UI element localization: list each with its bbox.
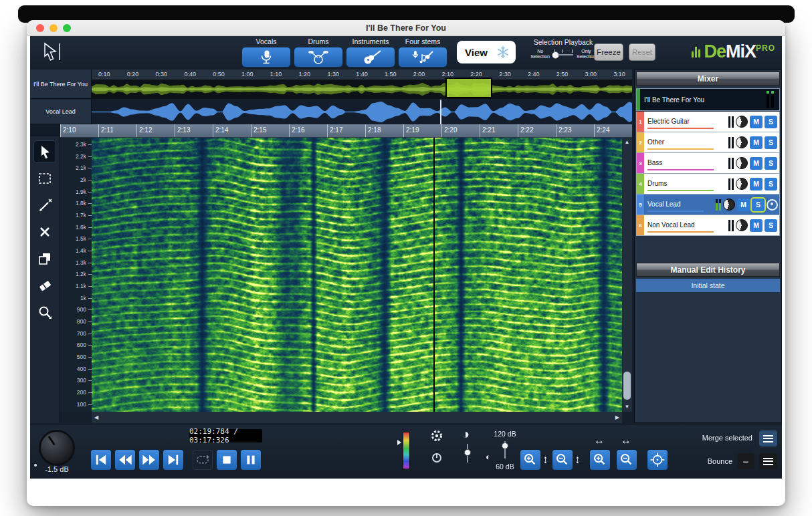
frequency-label: 1.4k: [60, 248, 92, 254]
stem-separate-button[interactable]: [241, 47, 291, 68]
delete-selection-tool[interactable]: [33, 221, 56, 243]
zoom-tool[interactable]: [33, 301, 56, 324]
track-level-meter: [728, 178, 734, 190]
pointer-tool[interactable]: [33, 140, 56, 163]
fast-forward-button[interactable]: [139, 450, 159, 470]
loop-button[interactable]: [193, 450, 213, 470]
stem-label: Drums: [308, 37, 329, 45]
contrast-slider[interactable]: [464, 444, 472, 463]
pan-knob[interactable]: [736, 136, 748, 148]
zoom-to-selection-button[interactable]: [647, 450, 668, 470]
zoom-ruler-tick: 2:24: [594, 124, 632, 137]
stem-separate-button[interactable]: [294, 47, 343, 68]
mixer-master-row[interactable]: I'll Be There For You: [636, 88, 780, 111]
settings-gear-icon[interactable]: [430, 429, 443, 442]
bounce-label: Bounce: [666, 457, 732, 465]
bounce-menu-button[interactable]: [759, 453, 777, 469]
pause-button[interactable]: [241, 450, 261, 470]
track-number-tab: 4: [637, 174, 644, 194]
mini-dial-icon[interactable]: [432, 453, 441, 463]
mixer-track-row[interactable]: 1 Electric Guitar M S: [636, 112, 780, 132]
vertical-scroll-thumb[interactable]: [623, 372, 631, 400]
eraser-icon: [37, 277, 53, 293]
mute-button[interactable]: M: [750, 116, 763, 128]
bounce-remove-button[interactable]: −: [737, 453, 754, 469]
stem-separate-button[interactable]: [398, 47, 447, 68]
zoom-in-icon: [522, 452, 538, 468]
minimize-button[interactable]: [49, 24, 58, 32]
frequency-label: 1.5k: [60, 236, 92, 242]
view-button[interactable]: View: [457, 41, 516, 63]
horizontal-scrollbar[interactable]: ◀ ▶: [92, 412, 622, 423]
mixer-track-row[interactable]: 3 Bass M S: [636, 153, 780, 174]
overview-timeline[interactable]: 0:100:200:300:400:501:001:101:201:301:40…: [92, 70, 632, 99]
pan-knob[interactable]: [736, 178, 748, 190]
mixer-track-row[interactable]: 5 Vocal Lead M S: [636, 195, 780, 215]
zoom-in-horizontal-button[interactable]: [590, 450, 610, 470]
pen-tool[interactable]: [33, 194, 56, 217]
pan-knob[interactable]: [723, 199, 735, 211]
solo-button[interactable]: S: [765, 136, 777, 149]
zoom-time-ruler[interactable]: 2:102:112:122:132:142:152:162:172:182:19…: [60, 124, 632, 138]
track-info: Electric Guitar: [644, 114, 728, 130]
mixer-track-row[interactable]: 2 Other M S: [636, 132, 780, 153]
solo-button[interactable]: S: [765, 219, 777, 232]
skip-to-end-button[interactable]: [163, 450, 183, 470]
reset-button[interactable]: Reset: [629, 43, 655, 61]
mixer-track-row[interactable]: 6 Non Vocal Lead M S: [636, 215, 780, 236]
mute-button[interactable]: M: [750, 219, 763, 232]
spectrogram-canvas[interactable]: [92, 138, 622, 412]
volume-knob[interactable]: [39, 430, 75, 466]
mute-button[interactable]: M: [750, 136, 763, 149]
pan-knob[interactable]: [736, 219, 748, 231]
merge-menu-button[interactable]: [759, 430, 777, 446]
scroll-left-icon[interactable]: ◀: [94, 413, 98, 422]
eraser-tool[interactable]: [33, 274, 56, 297]
solo-button[interactable]: S: [765, 157, 777, 170]
solo-button[interactable]: S: [765, 178, 777, 190]
track-name: Drums: [647, 180, 667, 187]
stem-separate-button[interactable]: [346, 47, 395, 68]
mute-button[interactable]: M: [750, 178, 763, 190]
db-range-slider[interactable]: [501, 441, 509, 459]
skip-to-start-button[interactable]: [91, 450, 111, 470]
vocal-waveform[interactable]: [92, 100, 632, 124]
mixer-track-row[interactable]: 4 Drums M S: [636, 174, 780, 195]
pan-knob[interactable]: [736, 116, 748, 128]
mute-button[interactable]: M: [737, 199, 750, 211]
overview-waveform[interactable]: [92, 80, 632, 99]
copy-layers-tool[interactable]: [33, 247, 56, 270]
equalizer-bars-icon: [692, 47, 700, 57]
scroll-up-icon[interactable]: ▲: [625, 138, 630, 147]
focus-track-icon[interactable]: [767, 199, 778, 211]
solo-button[interactable]: S: [752, 199, 765, 211]
overview-selection[interactable]: [445, 78, 492, 98]
scroll-down-icon[interactable]: ▼: [625, 402, 630, 412]
spectrogram-area[interactable]: [92, 138, 622, 412]
scroll-right-icon[interactable]: ▶: [615, 413, 619, 422]
zoom-in-vertical-button[interactable]: [520, 450, 540, 470]
overview-ruler[interactable]: 0:100:200:300:400:501:001:101:201:301:40…: [92, 70, 632, 80]
color-map-slider[interactable]: [403, 432, 410, 469]
vertical-scrollbar[interactable]: ▲ ▼: [622, 138, 632, 412]
brightness-icon[interactable]: ◐: [486, 452, 491, 462]
zoom-out-horizontal-button[interactable]: [617, 450, 637, 470]
mute-button[interactable]: M: [750, 157, 763, 170]
solo-button[interactable]: S: [765, 116, 777, 128]
pan-knob[interactable]: [736, 157, 748, 169]
track-level-meter: [716, 199, 721, 211]
close-button[interactable]: [36, 24, 44, 32]
stop-button[interactable]: [217, 450, 237, 470]
marquee-select-tool[interactable]: [33, 167, 56, 190]
history-item[interactable]: Initial state: [636, 279, 780, 292]
freeze-button[interactable]: Freeze: [594, 43, 623, 61]
rewind-button[interactable]: [115, 450, 135, 470]
layers-icon: [37, 251, 53, 267]
vocal-lead-track-row: Vocal Lead: [30, 100, 632, 124]
ruler-tick-label: 1:40: [356, 70, 368, 80]
contrast-icon[interactable]: ◑: [462, 426, 470, 442]
zoom-button[interactable]: [63, 24, 71, 32]
vocal-lead-timeline[interactable]: [92, 100, 632, 124]
selection-playback-slider[interactable]: [553, 49, 573, 59]
zoom-out-vertical-button[interactable]: [552, 450, 573, 470]
